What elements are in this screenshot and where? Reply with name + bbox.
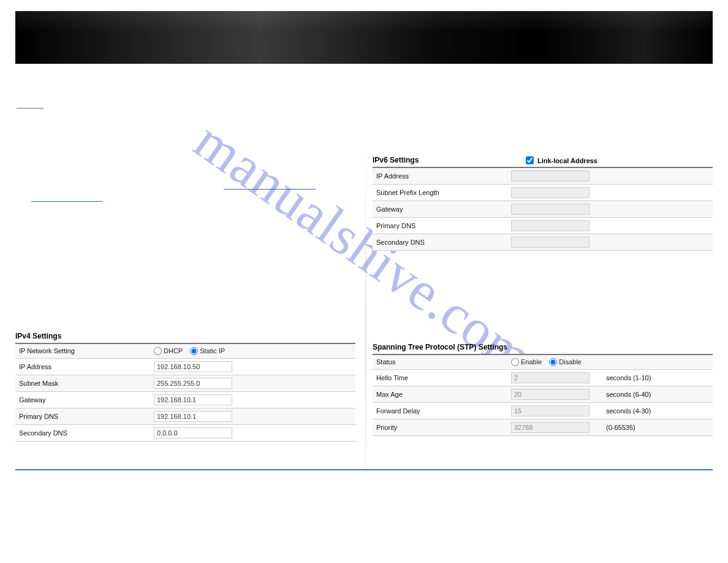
ipv4-gateway-input[interactable] [154,394,232,405]
ipv4-network-setting-row: IP Network Setting DHCP Static IP [15,344,355,358]
stp-fwd-label: Forward Delay [373,402,507,419]
stp-disable-radio-label[interactable]: Disable [549,358,582,366]
ipv4-gateway-row: Gateway [15,391,355,408]
stp-priority-label: Priority [373,419,507,435]
ipv4-gateway-label: Gateway [15,391,150,408]
ipv6-ip-row: IP Address [373,168,713,185]
ipv6-gateway-row: Gateway [373,201,713,218]
ipv6-sdns-row: Secondary DNS [373,234,713,251]
ipv4-title: IPv4 Settings [15,332,61,340]
stp-title: Spanning Tree Protocol (STP) Settings [373,343,507,351]
ipv4-dhcp-radio-label[interactable]: DHCP [154,347,183,355]
stp-priority-row: Priority (0-65535) [373,419,713,435]
stp-status-label: Status [373,355,507,369]
stp-hello-hint: seconds (1-10) [602,369,713,386]
link-placeholder-2 [15,196,355,203]
header-banner [15,11,713,64]
ipv4-pdns-label: Primary DNS [15,408,150,424]
ipv4-static-radio-label[interactable]: Static IP [190,347,225,355]
stp-maxage-hint: seconds (6-40) [602,386,713,402]
ipv6-section-header: IPv6 Settings Link-local Address [373,156,713,168]
ipv4-subnet-label: Subnet Mask [15,375,150,391]
ipv6-settings-table: IP Address Subnet Prefix Length Gateway … [373,168,713,251]
ipv6-title: IPv6 Settings [373,156,419,164]
ipv6-gateway-label: Gateway [373,201,507,218]
stp-maxage-row: Max Age seconds (6-40) [373,386,713,402]
ipv6-prefix-row: Subnet Prefix Length [373,185,713,201]
stp-disable-radio[interactable] [549,358,557,366]
stp-settings-table: Status Enable Disable [373,355,713,436]
ipv4-dhcp-radio[interactable] [154,347,162,355]
stp-priority-hint: (0-65535) [602,419,713,435]
ipv6-prefix-label: Subnet Prefix Length [373,185,507,201]
ipv6-gateway-input[interactable] [511,204,590,215]
decorative-line [17,108,44,109]
ipv4-section-header: IPv4 Settings [15,332,355,344]
ipv4-ip-input[interactable] [154,361,232,372]
stp-section-header: Spanning Tree Protocol (STP) Settings [373,343,713,355]
stp-fwd-hint: seconds (4-30) [602,402,713,419]
column-divider [364,131,368,470]
ipv6-linklocal-label: Link-local Address [537,157,597,164]
stp-hello-label: Hello Time [373,369,507,386]
ipv6-pdns-row: Primary DNS [373,218,713,234]
ipv4-settings-table: IP Network Setting DHCP Static IP [15,344,355,442]
ipv4-pdns-row: Primary DNS [15,408,355,424]
ipv6-prefix-input[interactable] [511,187,590,198]
ipv6-pdns-label: Primary DNS [373,218,507,234]
ipv4-sdns-label: Secondary DNS [15,424,150,441]
stp-hello-row: Hello Time seconds (1-10) [373,369,713,386]
ipv4-static-radio[interactable] [190,347,198,355]
stp-maxage-input[interactable] [511,389,590,400]
link-placeholder-1 [15,183,355,191]
stp-maxage-label: Max Age [373,386,507,402]
ipv4-subnet-row: Subnet Mask [15,375,355,391]
ipv4-sdns-row: Secondary DNS [15,424,355,441]
stp-enable-radio-label[interactable]: Enable [511,358,542,366]
ipv6-linklocal-checkbox[interactable] [526,156,534,164]
ipv4-subnet-input[interactable] [154,378,232,389]
footer-rule [15,469,713,470]
ipv6-ip-input[interactable] [511,170,590,182]
stp-fwd-input[interactable] [511,405,590,416]
ipv4-pdns-input[interactable] [154,411,232,422]
ipv6-ip-label: IP Address [373,168,507,185]
stp-priority-input[interactable] [511,422,590,433]
ipv6-pdns-input[interactable] [511,220,590,231]
stp-status-row: Status Enable Disable [373,355,713,369]
ipv6-sdns-input[interactable] [511,237,590,248]
ipv4-ip-label: IP Address [15,358,150,375]
stp-hello-input[interactable] [511,372,590,383]
stp-enable-radio[interactable] [511,358,519,366]
ipv4-network-setting-label: IP Network Setting [15,344,150,358]
ipv6-sdns-label: Secondary DNS [373,234,507,251]
ipv4-sdns-input[interactable] [154,427,232,439]
stp-fwd-row: Forward Delay seconds (4-30) [373,402,713,419]
ipv4-ip-row: IP Address [15,358,355,375]
